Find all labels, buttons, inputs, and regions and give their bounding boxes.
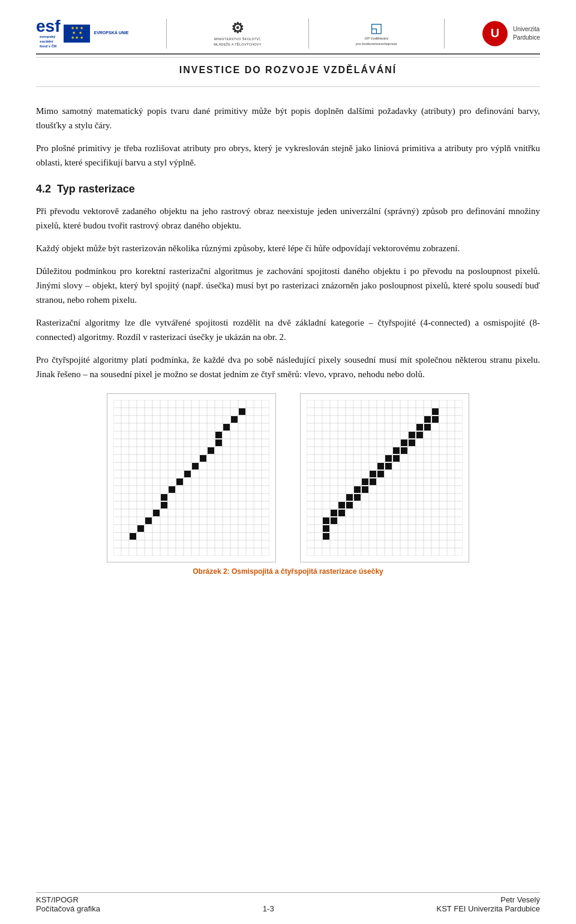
canvas-8connected: [113, 400, 269, 556]
paragraph-2: Pro plošné primitivy je třeba rozlišovat…: [36, 141, 540, 170]
esf-subtext: evropskýsociálnífond v ČR: [40, 35, 56, 49]
footer-right: Petr Veselý KST FEI Univerzita Pardubice: [437, 895, 540, 913]
paragraph-1: Mimo samotný matematický popis tvaru dan…: [36, 104, 540, 133]
paragraph-3: Při převodu vektorově zadaného objektu n…: [36, 204, 540, 233]
msmt-logo-block: ⚙ MINISTERSTVO ŠKOLSTVÍ,MLÁDEŽE A TĚLOVÝ…: [205, 20, 271, 47]
pardubice-circle: U: [482, 21, 508, 46]
footer: KST/IPOGR Počítačová grafika 1-3 Petr Ve…: [36, 892, 540, 913]
diagrams-row: [36, 393, 540, 562]
divider1: [166, 19, 167, 49]
canvas-4connected: [307, 400, 463, 556]
paragraph-5: Důležitou podmínkou pro korektní rasteri…: [36, 264, 540, 307]
footer-institution: KST FEI Univerzita Pardubice: [437, 904, 540, 913]
investice-banner: INVESTICE DO ROZVOJE VZDĚLÁVÁNÍ: [36, 57, 540, 87]
eu-text: EVROPSKÁ UNIE: [94, 30, 128, 37]
header-logos: esf evropskýsociálnífond v ČR ★ ★ ★★ ★★ …: [36, 18, 540, 55]
footer-center: 1-3: [263, 904, 274, 913]
figure-caption: Obrázek 2: Osmispojitá a čtyřspojitá ras…: [36, 567, 540, 576]
esf-logo-block: esf evropskýsociálnífond v ČR ★ ★ ★★ ★★ …: [36, 18, 128, 49]
eu-flag: ★ ★ ★★ ★★ ★ ★: [64, 25, 90, 43]
op-logo-block: ◱ OP Vzdělávánípro konkurenceschopnost: [346, 20, 406, 47]
msmt-text: MINISTERSTVO ŠKOLSTVÍ,MLÁDEŽE A TĚLOVÝCH…: [214, 37, 262, 47]
op-icon: ◱: [370, 20, 383, 36]
section-heading: 4.2 Typ rasterizace: [36, 183, 540, 195]
paragraph-6: Rasterizační algoritmy lze dle vytvářené…: [36, 315, 540, 344]
section-number: 4.2: [36, 183, 51, 195]
divider2: [308, 19, 309, 49]
pardubice-logo-block: U UniverzitaPardubice: [482, 21, 540, 46]
divider3: [444, 19, 445, 49]
pardubice-name: UniverzitaPardubice: [513, 25, 540, 42]
paragraph-7: Pro čtyřspojité algoritmy platí podmínka…: [36, 353, 540, 381]
msmt-icon: ⚙: [231, 20, 244, 37]
diagram-4connected: [300, 393, 469, 562]
paragraph-4: Každý objekt může být rasterizován někol…: [36, 241, 540, 255]
footer-page: 1-3: [263, 904, 274, 913]
footer-left: KST/IPOGR Počítačová grafika: [36, 895, 100, 913]
esf-letters: esf: [36, 18, 60, 35]
footer-author: Petr Veselý: [437, 895, 540, 904]
footer-subject: Počítačová grafika: [36, 904, 100, 913]
op-text: OP Vzdělávánípro konkurenceschopnost: [356, 36, 397, 47]
footer-course: KST/IPOGR: [36, 895, 100, 904]
diagram-8connected: [107, 393, 276, 562]
section-title: Typ rasterizace: [57, 183, 135, 195]
